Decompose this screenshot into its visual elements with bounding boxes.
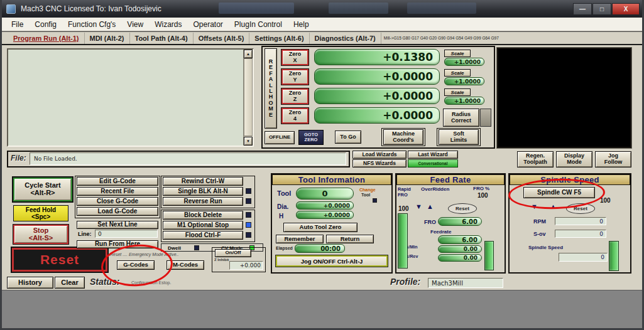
tab-program-run[interactable]: Program Run (Alt-1) (8, 33, 85, 44)
tab-mdi[interactable]: MDI (Alt-2) (85, 33, 130, 44)
jog-follow-button[interactable]: Jog Follow (595, 151, 631, 168)
minimize-button[interactable]: — (573, 3, 592, 15)
conversational-button[interactable]: Conversational (408, 159, 458, 168)
to-go-button[interactable]: To Go (335, 130, 361, 144)
soft-limits-button[interactable]: Soft Limits (439, 129, 479, 145)
scroll-up-icon[interactable]: ▲ (244, 50, 253, 58)
radius-correct-button[interactable]: Radius Correct (443, 109, 479, 127)
scale-z-dro[interactable]: +1.0000 (444, 97, 484, 105)
menu-item-plugin-control[interactable]: PlugIn Control (229, 18, 288, 31)
gcode-display[interactable]: ▲ ▼ (7, 48, 254, 147)
offline-button[interactable]: OFFLINE (265, 131, 295, 144)
units-rev-dro[interactable]: 0.00 (438, 254, 482, 262)
m1-optional-stop-button[interactable]: M1 Optional Stop (163, 221, 243, 230)
machine-coords-button[interactable]: Machine Coord's (383, 129, 423, 145)
scale-z-label[interactable]: Scale (444, 88, 471, 96)
tool-h-dro[interactable]: +0.0000 (296, 211, 354, 219)
menu-item-config[interactable]: Config (29, 18, 62, 31)
line-number-field[interactable]: 0 (95, 230, 158, 238)
remember-button[interactable]: Remember (276, 235, 324, 243)
rewind-button[interactable]: Rewind Ctrl-W (163, 177, 243, 186)
feed-hold-button[interactable]: Feed Hold <Spc> (13, 205, 68, 221)
zero-y-button[interactable]: Zero Y (281, 68, 309, 85)
feed-reset-button[interactable]: Reset (448, 203, 477, 214)
menu-item-operator[interactable]: Operator (188, 18, 229, 31)
tool-info-header: Tool Information (272, 174, 391, 185)
screen-tab-bar: Program Run (Alt-1) MDI (Alt-2) Tool Pat… (2, 31, 642, 45)
scroll-down-icon[interactable]: ▼ (244, 137, 253, 146)
nfs-wizards-button[interactable]: NFS Wizards (352, 159, 407, 168)
elapsed-time-dro[interactable]: 00:00 (295, 244, 345, 253)
scale-x-label[interactable]: Scale (444, 50, 471, 57)
scroll-thumb[interactable] (244, 58, 253, 136)
sov-dro[interactable]: 0 (555, 230, 606, 238)
tab-settings[interactable]: Settings (Alt-6) (249, 33, 309, 44)
ref-all-home-button[interactable]: REF ALL HOME (265, 48, 277, 129)
goto-zero-button[interactable]: GOTO ZERO (298, 130, 324, 145)
flood-button[interactable]: Flood Ctrl-F (163, 231, 243, 240)
load-wizards-button[interactable]: Load Wizards (352, 151, 407, 159)
dro-4-axis[interactable]: +0.0000 (314, 107, 440, 124)
menu-item-view[interactable]: View (121, 18, 149, 31)
reverse-run-button[interactable]: Reverse Run (163, 197, 243, 206)
dia-label: Dia. (277, 203, 288, 210)
feed-decrease-icon[interactable]: ▼ (415, 203, 422, 210)
scale-x-dro[interactable]: +1.0000 (444, 58, 484, 66)
last-wizard-button[interactable]: Last Wizard (408, 151, 458, 159)
maximize-button[interactable]: □ (592, 3, 611, 15)
zero-x-button[interactable]: Zero X (281, 49, 309, 66)
tool-number-dro[interactable]: 0 (296, 188, 354, 200)
close-button[interactable]: X (612, 3, 640, 15)
fro-dro[interactable]: 6.00 (438, 217, 482, 226)
block-delete-button[interactable]: Block Delete (163, 211, 243, 220)
menu-item-wizards[interactable]: Wizards (149, 18, 187, 31)
toolpath-display[interactable] (497, 48, 631, 148)
feedrate-dro[interactable]: 6.00 (438, 235, 482, 244)
overridden-label: OverRidden (421, 186, 449, 192)
tab-tool-path[interactable]: Tool Path (Alt-4) (130, 33, 194, 44)
spindle-speed-dro[interactable]: 0 (559, 253, 608, 262)
active-modes-readout: Mill->G15 G80 G17 G40 G20 G90 G94 G54 G4… (384, 36, 499, 40)
dro-z-axis[interactable]: +0.0000 (314, 88, 440, 104)
single-blk-button[interactable]: Single BLK Alt-N (163, 187, 243, 196)
recent-file-button[interactable]: Recent File (77, 187, 158, 196)
set-next-line-button[interactable]: Set Next Line (77, 221, 158, 229)
fro-slider[interactable] (398, 213, 408, 269)
tab-diagnostics[interactable]: Diagnostics (Alt-7) (310, 33, 381, 44)
stop-button[interactable]: Stop <Alt-S> (13, 225, 68, 244)
return-button[interactable]: Return (326, 235, 374, 243)
tool-dia-dro[interactable]: +0.0000 (296, 201, 354, 210)
reset-button[interactable]: Reset (12, 248, 107, 272)
feed-rate-header: Feed Rate (396, 174, 505, 185)
tab-offsets[interactable]: Offsets (Alt-5) (194, 33, 250, 44)
zero-z-button[interactable]: Zero Z (281, 88, 309, 105)
load-gcode-button[interactable]: Load G-Code (77, 207, 158, 216)
z-inhibit-dro[interactable]: +0.000 (229, 261, 263, 270)
clear-button[interactable]: Clear (55, 277, 85, 289)
scale-y-dro[interactable]: +1.0000 (444, 77, 484, 85)
rpm-dro[interactable]: 0 (555, 217, 606, 225)
on-off-button[interactable]: On/Off (215, 249, 251, 257)
feedrate-bar[interactable] (484, 241, 494, 270)
change-tool-led (373, 198, 377, 203)
display-mode-button[interactable]: Display Mode (556, 151, 592, 168)
scale-y-label[interactable]: Scale (444, 69, 471, 77)
history-button[interactable]: History (7, 277, 53, 289)
menu-item-help[interactable]: Help (288, 18, 315, 31)
menu-item-file[interactable]: File (6, 18, 29, 31)
spindle-bar[interactable] (609, 241, 619, 271)
edit-gcode-button[interactable]: Edit G-Code (77, 177, 158, 186)
gcode-scrollbar[interactable]: ▲ ▼ (243, 50, 253, 146)
cycle-start-button[interactable]: Cycle Start <Alt-R> (13, 178, 72, 201)
menu-item-function-cfgs[interactable]: Function Cfg's (62, 18, 121, 31)
feed-increase-icon[interactable]: ▲ (427, 203, 434, 210)
regen-toolpath-button[interactable]: Regen. Toolpath (517, 151, 554, 168)
dro-y-axis[interactable]: +0.0000 (314, 68, 440, 85)
jog-onoff-button[interactable]: Jog ON/OFF Ctrl-Alt-J (276, 255, 388, 267)
dro-x-axis[interactable]: +0.1380 (314, 49, 440, 65)
units-min-dro[interactable]: 0.00 (438, 245, 482, 253)
close-gcode-button[interactable]: Close G-Code (77, 197, 158, 206)
zero-4-button[interactable]: Zero 4 (281, 107, 309, 124)
auto-tool-zero-button[interactable]: Auto Tool Zero (283, 223, 357, 232)
z-inhibit-label: Z Inhibit (214, 258, 229, 262)
